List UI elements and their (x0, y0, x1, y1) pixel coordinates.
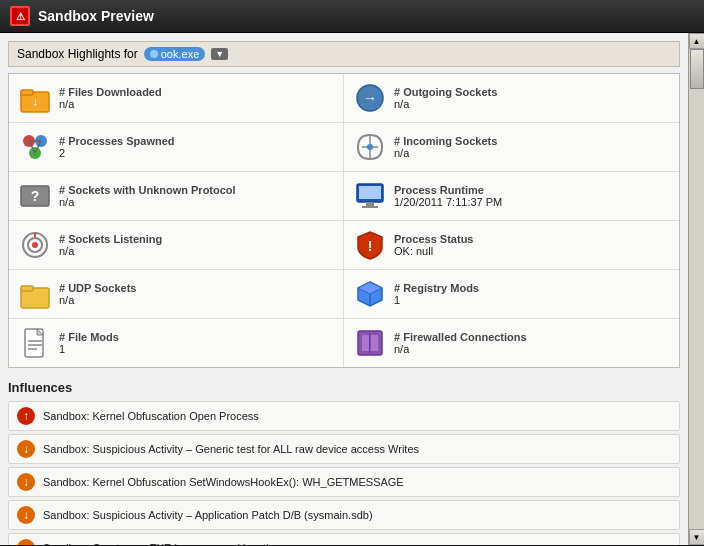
stat-value-6: n/a (59, 245, 333, 257)
influence-text-0: Sandbox: Kernel Obfuscation Open Process (43, 410, 259, 422)
stat-label-1: # Outgoing Sockets (394, 86, 669, 98)
stat-label-11: # Firewalled Connections (394, 331, 669, 343)
stat-label-4: # Sockets with Unknown Protocol (59, 184, 333, 196)
dropdown-button[interactable]: ▼ (211, 48, 228, 60)
stat-value-8: n/a (59, 294, 333, 306)
stat-cell-2: # Processes Spawned 2 (9, 123, 344, 172)
svg-text:↓: ↓ (32, 95, 38, 109)
stat-value-1: n/a (394, 98, 669, 110)
stat-value-11: n/a (394, 343, 669, 355)
svg-rect-17 (366, 202, 374, 206)
stat-cell-10: # File Mods 1 (9, 319, 344, 367)
app-icon: ⚠ (10, 6, 30, 26)
stat-cell-6: # Sockets Listening n/a (9, 221, 344, 270)
influence-item-1: ↓ Sandbox: Suspicious Activity – Generic… (8, 434, 680, 464)
influence-item-4: ↓ Sandbox: Creates an EXE in an unusual … (8, 533, 680, 545)
outgoing-sockets-icon: → (354, 82, 386, 114)
stat-label-10: # File Mods (59, 331, 333, 343)
stat-cell-4: ? # Sockets with Unknown Protocol n/a (9, 172, 344, 221)
incoming-sockets-icon (354, 131, 386, 163)
svg-text:?: ? (31, 188, 40, 204)
stat-label-9: # Registry Mods (394, 282, 669, 294)
stat-cell-9: # Registry Mods 1 (344, 270, 679, 319)
sockets-listening-icon (19, 229, 51, 261)
filename-label: ook.exe (161, 48, 200, 60)
udp-sockets-icon (19, 278, 51, 310)
scroll-thumb[interactable] (690, 49, 704, 89)
stat-cell-3: # Incoming Sockets n/a (344, 123, 679, 172)
influence-item-0: ↑ Sandbox: Kernel Obfuscation Open Proce… (8, 401, 680, 431)
title-bar: ⚠ Sandbox Preview (0, 0, 704, 33)
files-downloaded-icon: ↓ (19, 82, 51, 114)
registry-mods-icon (354, 278, 386, 310)
influences-section: Influences ↑ Sandbox: Kernel Obfuscation… (8, 376, 680, 545)
stat-label-2: # Processes Spawned (59, 135, 333, 147)
unknown-protocol-icon: ? (19, 180, 51, 212)
stat-value-2: 2 (59, 147, 333, 159)
stat-cell-5: Process Runtime 1/20/2011 7:11:37 PM (344, 172, 679, 221)
influence-item-2: ↓ Sandbox: Kernel Obfuscation SetWindows… (8, 467, 680, 497)
stat-label-3: # Incoming Sockets (394, 135, 669, 147)
influence-text-1: Sandbox: Suspicious Activity – Generic t… (43, 443, 419, 455)
stat-value-9: 1 (394, 294, 669, 306)
svg-rect-26 (21, 286, 33, 291)
influence-item-3: ↓ Sandbox: Suspicious Activity – Applica… (8, 500, 680, 530)
svg-rect-18 (362, 206, 378, 208)
svg-rect-19 (359, 186, 381, 199)
scroll-track[interactable] (689, 49, 705, 529)
stat-cell-7: ! Process Status OK: null (344, 221, 679, 270)
influences-title: Influences (8, 376, 680, 401)
content-area: Sandbox Highlights for ook.exe ▼ ↓ # Fil… (0, 33, 688, 545)
file-badge: ook.exe (144, 47, 206, 61)
influence-icon-0: ↑ (17, 407, 35, 425)
svg-point-13 (367, 144, 373, 150)
stat-cell-11: # Firewalled Connections n/a (344, 319, 679, 367)
process-status-icon: ! (354, 229, 386, 261)
firewalled-connections-icon (354, 327, 386, 359)
stat-label-6: # Sockets Listening (59, 233, 333, 245)
stat-value-3: n/a (394, 147, 669, 159)
stat-cell-0: ↓ # Files Downloaded n/a (9, 74, 344, 123)
influence-text-2: Sandbox: Kernel Obfuscation SetWindowsHo… (43, 476, 404, 488)
stat-value-5: 1/20/2011 7:11:37 PM (394, 196, 669, 208)
scroll-down-button[interactable]: ▼ (689, 529, 705, 545)
influence-icon-4: ↓ (17, 539, 35, 545)
influences-list: ↑ Sandbox: Kernel Obfuscation Open Proce… (8, 401, 680, 545)
influence-icon-1: ↓ (17, 440, 35, 458)
influence-text-3: Sandbox: Suspicious Activity – Applicati… (43, 509, 373, 521)
scroll-up-button[interactable]: ▲ (689, 33, 705, 49)
scrollbar[interactable]: ▲ ▼ (688, 33, 704, 545)
stat-cell-8: # UDP Sockets n/a (9, 270, 344, 319)
stat-value-4: n/a (59, 196, 333, 208)
stat-label-0: # Files Downloaded (59, 86, 333, 98)
file-mods-icon (19, 327, 51, 359)
svg-rect-37 (371, 335, 378, 351)
stat-cell-1: → # Outgoing Sockets n/a (344, 74, 679, 123)
stat-value-0: n/a (59, 98, 333, 110)
highlights-label: Sandbox Highlights for (17, 47, 138, 61)
highlights-header: Sandbox Highlights for ook.exe ▼ (8, 41, 680, 67)
svg-text:!: ! (368, 238, 373, 254)
svg-text:→: → (363, 90, 377, 106)
stats-grid: ↓ # Files Downloaded n/a → # Outgoing So… (8, 73, 680, 368)
dot-icon (150, 50, 158, 58)
influence-icon-3: ↓ (17, 506, 35, 524)
stat-label-7: Process Status (394, 233, 669, 245)
influence-text-4: Sandbox: Creates an EXE in an unusual lo… (43, 542, 281, 545)
process-runtime-icon (354, 180, 386, 212)
svg-rect-36 (362, 335, 369, 351)
svg-point-22 (32, 242, 38, 248)
stat-value-10: 1 (59, 343, 333, 355)
influence-icon-2: ↓ (17, 473, 35, 491)
stat-label-5: Process Runtime (394, 184, 669, 196)
stat-label-8: # UDP Sockets (59, 282, 333, 294)
window-title: Sandbox Preview (38, 8, 154, 24)
stat-value-7: OK: null (394, 245, 669, 257)
processes-spawned-icon (19, 131, 51, 163)
